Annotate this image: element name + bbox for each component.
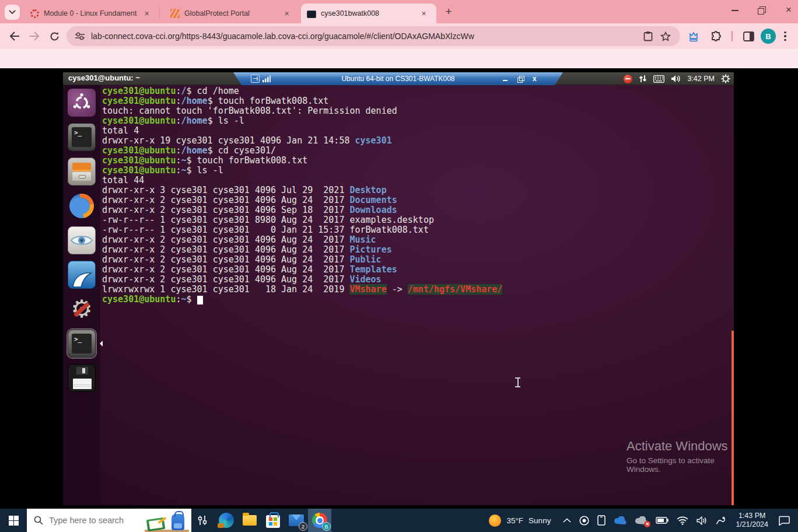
task-view-button[interactable]	[191, 509, 215, 532]
update-notifier-icon[interactable]	[624, 75, 632, 83]
address-bar[interactable]: lab-connect.cova-cci.org/https-8443/guac…	[66, 26, 680, 46]
wifi-icon[interactable]	[673, 509, 692, 532]
chrome-button-active[interactable]: B	[308, 509, 331, 532]
terminal-line: drwxr-xr-x 2 cyse301 cyse301 4096 Aug 24…	[102, 245, 728, 255]
start-button[interactable]	[0, 509, 27, 532]
terminal-line: drwxr-xr-x 2 cyse301 cyse301 4096 Aug 24…	[102, 265, 728, 275]
site-info-icon	[75, 32, 85, 40]
windows-logo-icon	[9, 516, 19, 526]
tab-module0[interactable]: Module 0 - Linux Fundamental ×	[24, 4, 158, 23]
session-gear-icon[interactable]	[721, 74, 730, 83]
system-tray: 35°F Sunny ✕	[481, 509, 798, 532]
tab-title: Module 0 - Linux Fundamental	[44, 9, 137, 18]
reload-button[interactable]	[44, 26, 64, 46]
vm-scroll-indicator[interactable]	[732, 331, 734, 505]
onedrive-icon[interactable]	[610, 509, 631, 532]
cloud-error-icon[interactable]: ✕	[631, 509, 652, 532]
windows-taskbar: 2 B 35°F Sunny	[0, 509, 798, 532]
launcher-system-settings-icon[interactable]: ⚙	[68, 295, 96, 323]
side-panel-icon[interactable]	[738, 26, 758, 46]
file-explorer-button[interactable]	[238, 509, 261, 532]
keyboard-layout-icon[interactable]	[653, 75, 664, 83]
network-updown-icon[interactable]	[639, 75, 647, 83]
action-center-icon[interactable]	[774, 509, 798, 532]
bookmark-star-icon[interactable]	[657, 27, 674, 45]
chevron-down-icon	[9, 10, 16, 15]
toolbar-understrip	[0, 49, 798, 68]
search-input[interactable]	[49, 516, 160, 525]
terminal-line: drwxr-xr-x 2 cyse301 cyse301 4096 Sep 18…	[102, 205, 728, 215]
vm-close-button[interactable]: x	[533, 75, 540, 82]
mail-button[interactable]: 2	[285, 509, 308, 532]
window-minimize-button[interactable]	[730, 5, 740, 15]
tab-strip: Module 0 - Linux Fundamental × GlobalPro…	[0, 0, 798, 23]
toolbar-extensions-area: B	[684, 26, 798, 46]
vmware-titlebar[interactable]: ⊣ Ubuntu 64-bit on CS301-BWATK008 x	[233, 72, 563, 85]
window-restore-button[interactable]	[757, 5, 766, 15]
back-button[interactable]	[5, 26, 24, 46]
activate-windows-watermark: Activate Windows Go to Settings to activ…	[626, 439, 734, 474]
tab-search-button[interactable]	[5, 5, 20, 20]
terminal-line: -rw-r--r-- 1 cyse301 cyse301 0 Jan 21 15…	[102, 225, 728, 235]
weather-widget[interactable]: 35°F Sunny	[481, 514, 559, 527]
volume-icon[interactable]	[671, 75, 681, 83]
terminal-line: total 44	[102, 176, 728, 186]
launcher-terminal-running-icon[interactable]: >_	[68, 330, 96, 358]
monarch-extension-icon[interactable]	[684, 26, 704, 46]
window-close-button[interactable]: ×	[784, 5, 793, 15]
profile-avatar[interactable]: B	[761, 29, 776, 44]
error-x-badge: ✕	[644, 521, 650, 527]
launcher-floppy-backup-icon[interactable]	[68, 364, 96, 392]
taskbar-clock[interactable]: 1:43 PM 1/21/2024	[730, 512, 774, 529]
tray-chevron-up-icon[interactable]	[559, 509, 575, 532]
your-phone-icon[interactable]	[593, 509, 610, 532]
terminal-line: drwxr-xr-x 19 cyse301 cyse301 4096 Jan 2…	[102, 136, 728, 146]
launcher-ubuntu-dash-icon[interactable]	[68, 89, 96, 117]
mail-badge: 2	[299, 522, 307, 531]
launcher-firefox-icon[interactable]	[68, 192, 96, 220]
microsoft-store-button[interactable]	[261, 509, 285, 532]
battery-icon[interactable]	[652, 509, 673, 532]
terminal-line: drwxr-xr-x 2 cyse301 cyse301 4096 Aug 24…	[102, 235, 728, 245]
vm-minimize-button[interactable]	[502, 75, 509, 82]
unity-top-panel: cyse301@ubuntu: ~ ⊣ Ubuntu 64-bit on CS3…	[63, 72, 734, 85]
tab-close-icon[interactable]: ×	[282, 9, 292, 19]
terminal-favicon-icon	[307, 10, 316, 18]
tab-cyse301bwatk008-active[interactable]: cyse301bwatk008 ×	[301, 4, 436, 23]
record-icon[interactable]	[575, 509, 593, 532]
tab-close-icon[interactable]: ×	[142, 9, 152, 19]
launcher-file-manager-icon[interactable]	[68, 158, 96, 186]
windows-ink-pen-icon[interactable]	[711, 509, 730, 532]
terminal-window-title: cyse301@ubuntu: ~	[68, 74, 140, 82]
panel-clock[interactable]: 3:42 PM	[687, 75, 715, 83]
edge-icon	[219, 513, 234, 528]
terminal-line: total 4	[102, 126, 728, 136]
terminal-line: cyse301@ubuntu:/$ cd /home	[102, 86, 728, 96]
new-tab-button[interactable]: +	[442, 6, 455, 19]
weather-temp: 35°F	[506, 516, 523, 525]
tab-title: GlobalProtect Portal	[184, 9, 277, 18]
extensions-puzzle-icon[interactable]	[706, 26, 726, 46]
edge-button[interactable]	[215, 509, 238, 532]
forward-button[interactable]	[24, 26, 44, 46]
terminal-line: cyse301@ubuntu:/home$ cd cyse301/	[102, 146, 728, 156]
vm-display[interactable]: cyse301@ubuntu: ~ ⊣ Ubuntu 64-bit on CS3…	[63, 72, 734, 505]
browser-toolbar: lab-connect.cova-cci.org/https-8443/guac…	[0, 23, 798, 49]
back-arrow-icon	[9, 32, 20, 41]
clock-time: 1:43 PM	[736, 512, 768, 520]
watermark-subtitle: Go to Settings to activate Windows.	[626, 456, 734, 474]
tab-close-icon[interactable]: ×	[419, 9, 429, 19]
taskbar-search[interactable]	[27, 509, 191, 532]
launcher-eye-viewer-icon[interactable]	[68, 226, 96, 254]
tab-globalprotect[interactable]: GlobalProtect Portal ×	[164, 4, 298, 23]
speaker-icon[interactable]	[692, 509, 711, 532]
reload-icon	[50, 32, 60, 41]
tab-title: cyse301bwatk008	[321, 9, 414, 18]
clipboard-icon[interactable]	[639, 27, 657, 45]
launcher-terminal-icon[interactable]: >_	[68, 123, 96, 151]
canvas-favicon-icon	[30, 9, 39, 18]
launcher-wireshark-icon[interactable]	[68, 261, 96, 289]
browser-menu-icon[interactable]	[778, 29, 792, 43]
text-cursor-pointer	[515, 377, 520, 387]
vm-restore-button[interactable]	[517, 75, 524, 82]
